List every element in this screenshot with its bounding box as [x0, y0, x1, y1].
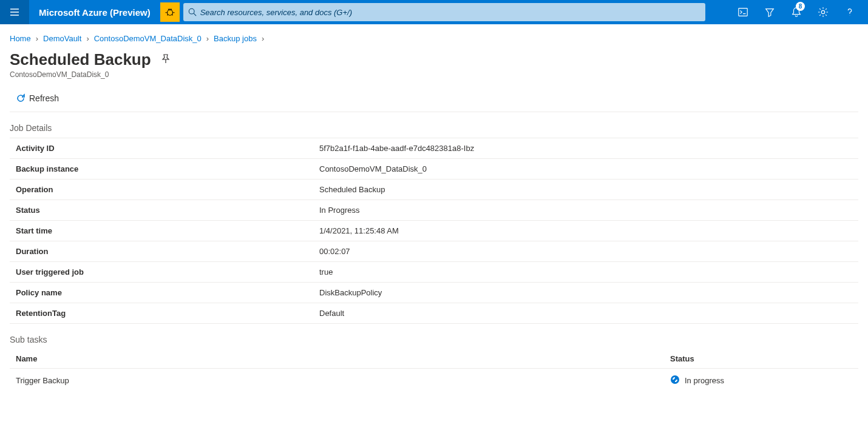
detail-value: 1/4/2021, 11:25:48 AM: [313, 221, 858, 241]
sub-task-row: Trigger BackupIn progress: [10, 368, 858, 392]
detail-value: DiskBackupPolicy: [313, 283, 858, 303]
brand-label: Microsoft Azure (Preview): [29, 7, 160, 18]
breadcrumb-link[interactable]: DemoVault: [43, 34, 81, 43]
detail-value: 5f7b2a1f-f1ab-4abe-aadf-e7dc482381a8-Ibz: [313, 138, 858, 159]
page-content: Home › DemoVault › ContosoDemoVM_DataDis…: [0, 24, 868, 404]
refresh-button[interactable]: Refresh: [10, 91, 65, 106]
chevron-right-icon: ›: [36, 34, 38, 43]
table-row: User triggered jobtrue: [10, 262, 858, 283]
hamburger-icon: [10, 7, 19, 17]
detail-key: Status: [10, 200, 313, 221]
svg-rect-2: [739, 8, 747, 16]
detail-key: User triggered job: [10, 262, 313, 283]
command-bar: Refresh: [10, 87, 858, 112]
svg-point-1: [189, 8, 194, 14]
global-search[interactable]: [183, 3, 705, 21]
table-row: OperationScheduled Backup: [10, 180, 858, 200]
help-button[interactable]: [836, 0, 863, 24]
status-text: In progress: [685, 376, 724, 385]
detail-value: Scheduled Backup: [313, 180, 858, 200]
refresh-icon: [16, 93, 25, 103]
directory-filter-button[interactable]: [756, 0, 783, 24]
menu-button[interactable]: [0, 0, 29, 24]
detail-value: ContosoDemoVM_DataDisk_0: [313, 159, 858, 180]
pin-button[interactable]: [161, 54, 171, 65]
notifications-button[interactable]: 8: [783, 0, 810, 24]
page-subtitle: ContosoDemoVM_DataDisk_0: [10, 70, 858, 79]
page-title: Scheduled Backup: [10, 50, 151, 69]
chevron-right-icon: ›: [206, 34, 209, 43]
top-icon-group: 8: [730, 0, 868, 24]
chevron-right-icon: ›: [262, 34, 264, 43]
preview-feedback-button[interactable]: [160, 2, 180, 22]
breadcrumb-link[interactable]: Backup jobs: [214, 34, 257, 43]
detail-key: Start time: [10, 221, 313, 241]
help-icon: [844, 7, 855, 18]
chevron-right-icon: ›: [86, 34, 89, 43]
breadcrumb-link[interactable]: Home: [10, 34, 31, 43]
refresh-label: Refresh: [29, 93, 59, 103]
bug-icon: [164, 7, 175, 18]
svg-point-3: [821, 10, 824, 13]
detail-key: Duration: [10, 241, 313, 262]
sub-tasks-heading: Sub tasks: [10, 335, 858, 344]
column-header-status[interactable]: Status: [670, 354, 852, 363]
sub-task-name: Trigger Backup: [16, 376, 670, 385]
cloud-shell-button[interactable]: [730, 0, 756, 24]
filter-icon: [764, 7, 775, 18]
detail-key: Operation: [10, 180, 313, 200]
notification-badge: 8: [796, 2, 805, 11]
table-row: RetentionTagDefault: [10, 303, 858, 324]
table-row: Duration00:02:07: [10, 241, 858, 262]
table-row: Activity ID5f7b2a1f-f1ab-4abe-aadf-e7dc4…: [10, 138, 858, 159]
detail-key: RetentionTag: [10, 303, 313, 324]
detail-key: Activity ID: [10, 138, 313, 159]
table-row: Policy nameDiskBackupPolicy: [10, 283, 858, 303]
detail-value: 00:02:07: [313, 241, 858, 262]
detail-key: Policy name: [10, 283, 313, 303]
detail-value: In Progress: [313, 200, 858, 221]
sub-task-status: In progress: [670, 375, 852, 386]
breadcrumb-link[interactable]: ContosoDemoVM_DataDisk_0: [94, 34, 202, 43]
table-row: Backup instanceContosoDemoVM_DataDisk_0: [10, 159, 858, 180]
pin-icon: [161, 54, 171, 64]
detail-key: Backup instance: [10, 159, 313, 180]
detail-value: Default: [313, 303, 858, 324]
table-row: Start time1/4/2021, 11:25:48 AM: [10, 221, 858, 241]
detail-value: true: [313, 262, 858, 283]
in-progress-icon: [670, 375, 680, 386]
svg-point-4: [671, 375, 679, 384]
top-navigation-bar: Microsoft Azure (Preview) 8: [0, 0, 868, 24]
search-input[interactable]: [200, 8, 700, 17]
search-icon: [188, 8, 197, 16]
settings-button[interactable]: [810, 0, 836, 24]
cloud-shell-icon: [737, 7, 748, 18]
column-header-name[interactable]: Name: [16, 354, 670, 363]
job-details-heading: Job Details: [10, 123, 858, 133]
gear-icon: [818, 7, 829, 18]
breadcrumb: Home › DemoVault › ContosoDemoVM_DataDis…: [10, 34, 858, 43]
table-row: StatusIn Progress: [10, 200, 858, 221]
page-header: Scheduled Backup: [10, 50, 858, 69]
job-details-table: Activity ID5f7b2a1f-f1ab-4abe-aadf-e7dc4…: [10, 138, 858, 324]
sub-tasks-header-row: Name Status: [10, 349, 858, 368]
